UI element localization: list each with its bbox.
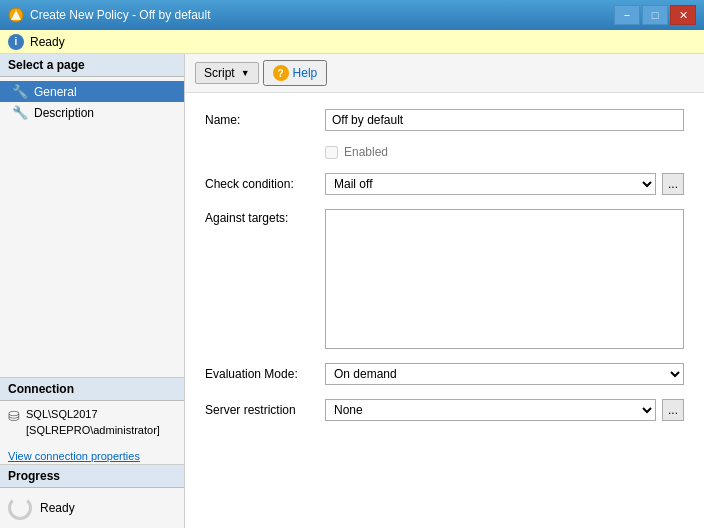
- select-page-header: Select a page: [0, 54, 184, 77]
- connection-info: SQL\SQL2017 [SQLREPRO\administrator]: [26, 407, 160, 438]
- check-condition-row: Check condition: Mail off Mail on Custom…: [205, 173, 684, 195]
- connection-section: Connection ⛁ SQL\SQL2017 [SQLREPRO\admin…: [0, 377, 184, 464]
- title-text: Create New Policy - Off by default: [30, 8, 211, 22]
- general-icon: 🔧: [12, 84, 28, 99]
- progress-section: Progress Ready: [0, 464, 184, 528]
- sidebar-item-description-label: Description: [34, 106, 94, 120]
- help-label: Help: [293, 66, 318, 80]
- against-targets-label: Against targets:: [205, 209, 325, 225]
- sidebar-item-general-label: General: [34, 85, 77, 99]
- title-bar-left: Create New Policy - Off by default: [8, 7, 211, 23]
- sidebar-items: 🔧 General 🔧 Description: [0, 77, 184, 127]
- sidebar-item-general[interactable]: 🔧 General: [0, 81, 184, 102]
- status-icon: i: [8, 34, 24, 50]
- status-text: Ready: [30, 35, 65, 49]
- name-row: Name:: [205, 109, 684, 131]
- script-dropdown-arrow: ▼: [241, 68, 250, 78]
- view-connection-link[interactable]: View connection properties: [0, 448, 184, 464]
- progress-content: Ready: [0, 488, 184, 528]
- progress-text: Ready: [40, 501, 75, 515]
- close-button[interactable]: ✕: [670, 5, 696, 25]
- server-name: SQL\SQL2017: [26, 407, 160, 422]
- script-label: Script: [204, 66, 235, 80]
- server-restriction-ellipsis-button[interactable]: ...: [662, 399, 684, 421]
- eval-mode-row: Evaluation Mode: On demand On change - p…: [205, 363, 684, 385]
- connection-header: Connection: [0, 378, 184, 401]
- connection-content: ⛁ SQL\SQL2017 [SQLREPRO\administrator]: [0, 401, 184, 448]
- check-condition-label: Check condition:: [205, 177, 325, 191]
- against-targets-textarea[interactable]: [325, 209, 684, 349]
- eval-mode-select[interactable]: On demand On change - prevent On change …: [325, 363, 684, 385]
- progress-spinner: [8, 496, 32, 520]
- form-area: Name: Enabled Check condition: Mail off …: [185, 93, 704, 528]
- sidebar-item-description[interactable]: 🔧 Description: [0, 102, 184, 123]
- enabled-checkbox[interactable]: [325, 146, 338, 159]
- help-button[interactable]: ? Help: [263, 60, 328, 86]
- check-condition-select[interactable]: Mail off Mail on Custom: [325, 173, 656, 195]
- content-area: Script ▼ ? Help Name: Enabled: [185, 54, 704, 528]
- name-label: Name:: [205, 113, 325, 127]
- sidebar-bottom: Connection ⛁ SQL\SQL2017 [SQLREPRO\admin…: [0, 377, 184, 528]
- enabled-label: Enabled: [344, 145, 388, 159]
- server-restriction-control-wrap: None ...: [325, 399, 684, 421]
- progress-header: Progress: [0, 465, 184, 488]
- enabled-row: Enabled: [205, 145, 684, 159]
- toolbar: Script ▼ ? Help: [185, 54, 704, 93]
- main-layout: Select a page 🔧 General 🔧 Description Co…: [0, 54, 704, 528]
- help-icon: ?: [273, 65, 289, 81]
- status-bar: i Ready: [0, 30, 704, 54]
- server-restriction-select[interactable]: None: [325, 399, 656, 421]
- server-restriction-row: Server restriction None ...: [205, 399, 684, 421]
- server-icon: ⛁: [8, 408, 20, 424]
- description-icon: 🔧: [12, 105, 28, 120]
- name-control-wrap: [325, 109, 684, 131]
- minimize-button[interactable]: −: [614, 5, 640, 25]
- name-input[interactable]: [325, 109, 684, 131]
- check-condition-control-wrap: Mail off Mail on Custom ...: [325, 173, 684, 195]
- check-condition-ellipsis-button[interactable]: ...: [662, 173, 684, 195]
- script-button[interactable]: Script ▼: [195, 62, 259, 84]
- app-icon: [8, 7, 24, 23]
- title-bar-controls: − □ ✕: [614, 5, 696, 25]
- eval-mode-control-wrap: On demand On change - prevent On change …: [325, 363, 684, 385]
- eval-mode-label: Evaluation Mode:: [205, 367, 325, 381]
- maximize-button[interactable]: □: [642, 5, 668, 25]
- server-user: [SQLREPRO\administrator]: [26, 423, 160, 438]
- title-bar: Create New Policy - Off by default − □ ✕: [0, 0, 704, 30]
- against-targets-row: Against targets:: [205, 209, 684, 349]
- sidebar: Select a page 🔧 General 🔧 Description Co…: [0, 54, 185, 528]
- server-restriction-label: Server restriction: [205, 403, 325, 417]
- connection-server-row: ⛁ SQL\SQL2017 [SQLREPRO\administrator]: [8, 407, 176, 438]
